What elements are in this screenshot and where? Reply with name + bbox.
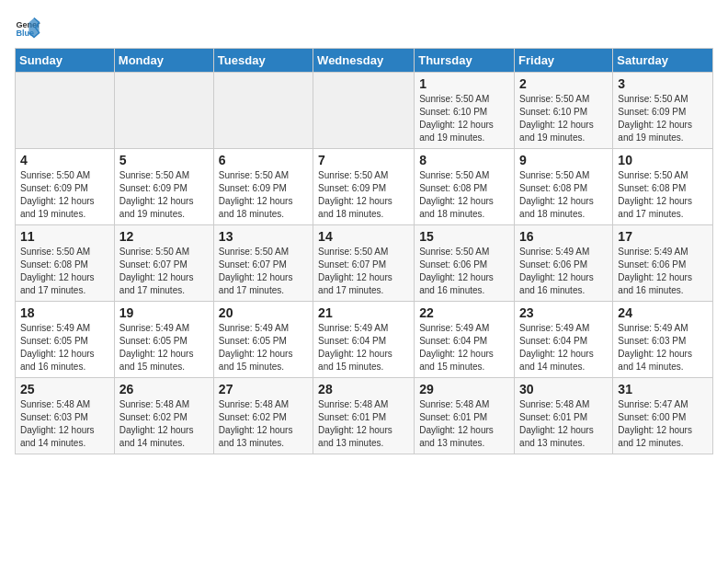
calendar-cell: 14Sunrise: 5:50 AM Sunset: 6:07 PM Dayli…	[313, 225, 415, 302]
calendar-week-row: 18Sunrise: 5:49 AM Sunset: 6:05 PM Dayli…	[16, 302, 713, 378]
calendar-cell: 19Sunrise: 5:49 AM Sunset: 6:05 PM Dayli…	[114, 302, 213, 378]
calendar-cell: 9Sunrise: 5:50 AM Sunset: 6:08 PM Daylig…	[515, 149, 613, 225]
day-number: 18	[20, 305, 109, 320]
day-number: 27	[219, 382, 308, 396]
day-info: Sunrise: 5:48 AM Sunset: 6:02 PM Dayligh…	[219, 398, 308, 450]
day-number: 14	[318, 229, 409, 244]
day-number: 30	[519, 382, 608, 396]
calendar-cell: 5Sunrise: 5:50 AM Sunset: 6:09 PM Daylig…	[114, 149, 213, 225]
calendar-cell: 2Sunrise: 5:50 AM Sunset: 6:10 PM Daylig…	[515, 73, 613, 149]
day-number: 19	[119, 305, 209, 320]
calendar-cell: 21Sunrise: 5:49 AM Sunset: 6:04 PM Dayli…	[313, 302, 415, 378]
day-info: Sunrise: 5:48 AM Sunset: 6:01 PM Dayligh…	[419, 398, 509, 450]
calendar-week-row: 25Sunrise: 5:48 AM Sunset: 6:03 PM Dayli…	[16, 378, 713, 454]
day-info: Sunrise: 5:50 AM Sunset: 6:08 PM Dayligh…	[519, 169, 608, 221]
weekday-header-monday: Monday	[114, 49, 213, 73]
weekday-header-thursday: Thursday	[415, 49, 515, 73]
day-info: Sunrise: 5:50 AM Sunset: 6:07 PM Dayligh…	[119, 246, 209, 297]
calendar-cell: 23Sunrise: 5:49 AM Sunset: 6:04 PM Dayli…	[515, 302, 613, 378]
calendar-cell	[213, 73, 313, 149]
calendar-cell: 3Sunrise: 5:50 AM Sunset: 6:09 PM Daylig…	[613, 73, 713, 149]
day-info: Sunrise: 5:49 AM Sunset: 6:04 PM Dayligh…	[318, 322, 409, 373]
day-number: 6	[219, 153, 308, 167]
day-info: Sunrise: 5:48 AM Sunset: 6:03 PM Dayligh…	[20, 398, 109, 450]
day-number: 26	[119, 382, 209, 396]
day-info: Sunrise: 5:50 AM Sunset: 6:06 PM Dayligh…	[419, 246, 509, 297]
day-number: 7	[318, 153, 409, 167]
day-info: Sunrise: 5:49 AM Sunset: 6:06 PM Dayligh…	[519, 246, 608, 297]
day-info: Sunrise: 5:50 AM Sunset: 6:08 PM Dayligh…	[419, 169, 509, 221]
calendar-cell: 30Sunrise: 5:48 AM Sunset: 6:01 PM Dayli…	[515, 378, 613, 454]
day-number: 25	[20, 382, 109, 396]
day-info: Sunrise: 5:50 AM Sunset: 6:08 PM Dayligh…	[618, 169, 708, 221]
day-number: 20	[219, 305, 308, 320]
day-number: 22	[419, 305, 509, 320]
day-info: Sunrise: 5:49 AM Sunset: 6:04 PM Dayligh…	[419, 322, 509, 373]
calendar-cell: 22Sunrise: 5:49 AM Sunset: 6:04 PM Dayli…	[415, 302, 515, 378]
day-number: 28	[318, 382, 409, 396]
weekday-header-saturday: Saturday	[613, 49, 713, 73]
calendar-cell: 12Sunrise: 5:50 AM Sunset: 6:07 PM Dayli…	[114, 225, 213, 302]
day-info: Sunrise: 5:49 AM Sunset: 6:05 PM Dayligh…	[119, 322, 209, 373]
calendar-cell: 7Sunrise: 5:50 AM Sunset: 6:09 PM Daylig…	[313, 149, 415, 225]
day-number: 3	[618, 76, 708, 91]
calendar-cell	[313, 73, 415, 149]
day-info: Sunrise: 5:49 AM Sunset: 6:06 PM Dayligh…	[618, 246, 708, 297]
calendar-cell: 15Sunrise: 5:50 AM Sunset: 6:06 PM Dayli…	[415, 225, 515, 302]
day-number: 24	[618, 305, 708, 320]
day-info: Sunrise: 5:49 AM Sunset: 6:05 PM Dayligh…	[20, 322, 109, 373]
logo: General Blue	[15, 15, 40, 40]
calendar-cell: 17Sunrise: 5:49 AM Sunset: 6:06 PM Dayli…	[613, 225, 713, 302]
day-number: 12	[119, 229, 209, 244]
day-number: 23	[519, 305, 608, 320]
day-number: 9	[519, 153, 608, 167]
day-number: 21	[318, 305, 409, 320]
day-number: 17	[618, 229, 708, 244]
day-info: Sunrise: 5:49 AM Sunset: 6:05 PM Dayligh…	[219, 322, 308, 373]
calendar-cell: 27Sunrise: 5:48 AM Sunset: 6:02 PM Dayli…	[213, 378, 313, 454]
day-info: Sunrise: 5:49 AM Sunset: 6:03 PM Dayligh…	[618, 322, 708, 373]
day-number: 31	[618, 382, 708, 396]
day-info: Sunrise: 5:50 AM Sunset: 6:09 PM Dayligh…	[219, 169, 308, 221]
calendar-cell: 29Sunrise: 5:48 AM Sunset: 6:01 PM Dayli…	[415, 378, 515, 454]
calendar-week-row: 1Sunrise: 5:50 AM Sunset: 6:10 PM Daylig…	[16, 73, 713, 149]
day-number: 1	[419, 76, 509, 91]
day-info: Sunrise: 5:50 AM Sunset: 6:10 PM Dayligh…	[519, 93, 608, 144]
day-info: Sunrise: 5:48 AM Sunset: 6:02 PM Dayligh…	[119, 398, 209, 450]
calendar-cell: 24Sunrise: 5:49 AM Sunset: 6:03 PM Dayli…	[613, 302, 713, 378]
day-number: 29	[419, 382, 509, 396]
day-number: 16	[519, 229, 608, 244]
day-info: Sunrise: 5:50 AM Sunset: 6:07 PM Dayligh…	[219, 246, 308, 297]
calendar-cell: 26Sunrise: 5:48 AM Sunset: 6:02 PM Dayli…	[114, 378, 213, 454]
day-info: Sunrise: 5:49 AM Sunset: 6:04 PM Dayligh…	[519, 322, 608, 373]
calendar-cell: 28Sunrise: 5:48 AM Sunset: 6:01 PM Dayli…	[313, 378, 415, 454]
day-info: Sunrise: 5:50 AM Sunset: 6:07 PM Dayligh…	[318, 246, 409, 297]
calendar-cell	[16, 73, 115, 149]
calendar-cell	[114, 73, 213, 149]
calendar-week-row: 4Sunrise: 5:50 AM Sunset: 6:09 PM Daylig…	[16, 149, 713, 225]
weekday-header-friday: Friday	[515, 49, 613, 73]
page-header: General Blue	[15, 15, 713, 40]
day-number: 10	[618, 153, 708, 167]
calendar-cell: 8Sunrise: 5:50 AM Sunset: 6:08 PM Daylig…	[415, 149, 515, 225]
weekday-header-wednesday: Wednesday	[313, 49, 415, 73]
day-info: Sunrise: 5:50 AM Sunset: 6:09 PM Dayligh…	[318, 169, 409, 221]
calendar-cell: 6Sunrise: 5:50 AM Sunset: 6:09 PM Daylig…	[213, 149, 313, 225]
calendar-cell: 4Sunrise: 5:50 AM Sunset: 6:09 PM Daylig…	[16, 149, 115, 225]
calendar-cell: 13Sunrise: 5:50 AM Sunset: 6:07 PM Dayli…	[213, 225, 313, 302]
calendar-cell: 25Sunrise: 5:48 AM Sunset: 6:03 PM Dayli…	[16, 378, 115, 454]
day-number: 5	[119, 153, 209, 167]
day-info: Sunrise: 5:50 AM Sunset: 6:09 PM Dayligh…	[618, 93, 708, 144]
calendar-cell: 1Sunrise: 5:50 AM Sunset: 6:10 PM Daylig…	[415, 73, 515, 149]
day-number: 15	[419, 229, 509, 244]
calendar-cell: 18Sunrise: 5:49 AM Sunset: 6:05 PM Dayli…	[16, 302, 115, 378]
weekday-header-tuesday: Tuesday	[213, 49, 313, 73]
calendar-cell: 16Sunrise: 5:49 AM Sunset: 6:06 PM Dayli…	[515, 225, 613, 302]
calendar-cell: 11Sunrise: 5:50 AM Sunset: 6:08 PM Dayli…	[16, 225, 115, 302]
weekday-header-row: SundayMondayTuesdayWednesdayThursdayFrid…	[16, 49, 713, 73]
day-info: Sunrise: 5:50 AM Sunset: 6:09 PM Dayligh…	[119, 169, 209, 221]
day-number: 2	[519, 76, 608, 91]
day-info: Sunrise: 5:50 AM Sunset: 6:08 PM Dayligh…	[20, 246, 109, 297]
day-info: Sunrise: 5:50 AM Sunset: 6:09 PM Dayligh…	[20, 169, 109, 221]
calendar-cell: 10Sunrise: 5:50 AM Sunset: 6:08 PM Dayli…	[613, 149, 713, 225]
